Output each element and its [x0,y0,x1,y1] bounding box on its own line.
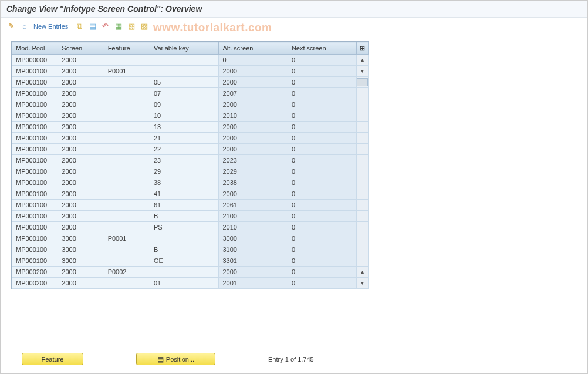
cell[interactable]: MP000100 [12,88,58,99]
cell[interactable] [150,55,218,66]
table-row[interactable]: MP0001002000P000120000▾ [12,66,369,77]
cell[interactable]: MP000200 [12,278,58,289]
col-nextscreen[interactable]: Next screen [288,42,356,55]
cell[interactable]: MP000200 [12,267,58,278]
deselect-all-icon[interactable]: ▨ [139,21,149,31]
cell[interactable]: 3000 [219,233,288,244]
col-modpool[interactable]: Mod. Pool [12,42,58,55]
table-row[interactable]: MP00010020004120000 [12,188,369,200]
cell[interactable]: MP000100 [12,99,58,110]
cell[interactable]: 0 [288,122,356,133]
cell[interactable] [104,55,150,66]
cell[interactable]: MP000100 [12,244,58,255]
cell[interactable]: MP000100 [12,155,58,166]
cell[interactable]: MP000100 [12,177,58,188]
cell[interactable] [104,144,150,155]
cell[interactable]: 0 [288,166,356,177]
cell[interactable]: 2000 [58,110,104,122]
delete-icon[interactable]: ▤ [87,21,97,31]
cell[interactable] [150,66,218,77]
cell[interactable]: 0 [288,99,356,110]
cell[interactable]: 2000 [58,99,104,110]
cell[interactable]: 07 [150,88,218,99]
scroll-thumb[interactable] [357,78,368,86]
cell[interactable]: 2000 [58,200,104,211]
cell[interactable]: 0 [288,66,356,77]
cell[interactable]: 41 [150,188,218,200]
col-screen[interactable]: Screen [58,42,104,55]
cell[interactable] [104,155,150,166]
cell[interactable]: 2000 [58,122,104,133]
cell[interactable]: 2000 [58,166,104,177]
cell[interactable]: 0 [288,233,356,244]
cell[interactable]: 3301 [219,255,288,267]
table-row[interactable]: MP000000200000▴ [12,55,369,66]
table-row[interactable]: MP0001002000PS20100 [12,222,369,233]
cell[interactable]: 22 [150,144,218,155]
cell[interactable]: 0 [288,110,356,122]
cell[interactable]: 09 [150,99,218,110]
cell[interactable] [150,267,218,278]
toggle-display-change-icon[interactable]: ✎ [6,21,16,31]
cell[interactable]: MP000100 [12,188,58,200]
cell[interactable]: MP000100 [12,144,58,155]
cell[interactable]: 13 [150,122,218,133]
cell[interactable]: 2000 [58,177,104,188]
cell[interactable]: 2000 [219,133,288,144]
cell[interactable]: 21 [150,133,218,144]
cell[interactable]: 2007 [219,88,288,99]
cell[interactable]: 0 [219,55,288,66]
cell[interactable]: 0 [288,77,356,88]
cell[interactable]: 2038 [219,177,288,188]
other-view-icon[interactable]: ⌕ [19,21,29,31]
cell[interactable]: 2000 [58,88,104,99]
cell[interactable]: 0 [288,177,356,188]
table-row[interactable]: MP0001003000P000130000 [12,233,369,244]
table-settings-icon[interactable]: ⊞ [357,42,369,55]
cell[interactable]: 2000 [58,133,104,144]
cell[interactable]: 2000 [219,267,288,278]
scroll-down-icon[interactable]: ▴ [357,269,368,275]
cell[interactable]: 0 [288,267,356,278]
cell[interactable] [104,133,150,144]
table-row[interactable]: MP00010020000920000 [12,99,369,110]
cell[interactable]: 0 [288,133,356,144]
cell[interactable]: 01 [150,278,218,289]
select-block-icon[interactable]: ▧ [126,21,136,31]
cell[interactable] [104,122,150,133]
cell[interactable]: 0 [288,155,356,166]
cell[interactable]: 2000 [58,66,104,77]
col-varkey[interactable]: Variable key [150,42,218,55]
cell[interactable]: PS [150,222,218,233]
cell[interactable]: MP000100 [12,166,58,177]
new-entries-button[interactable]: New Entries [33,23,68,30]
cell[interactable]: 2000 [219,66,288,77]
cell[interactable]: 2000 [58,222,104,233]
cell[interactable]: MP000100 [12,255,58,267]
table-row[interactable]: MP00020020000120010▾ [12,278,369,289]
cell[interactable]: MP000100 [12,211,58,222]
cell[interactable]: 0 [288,255,356,267]
table-row[interactable]: MP00010020003820380 [12,177,369,188]
cell[interactable]: P0001 [104,233,150,244]
cell[interactable] [104,188,150,200]
cell[interactable]: 2010 [219,110,288,122]
cell[interactable] [104,99,150,110]
feature-button[interactable]: Feature [22,353,83,365]
cell[interactable]: 2000 [58,267,104,278]
cell[interactable]: MP000100 [12,110,58,122]
cell[interactable]: 2029 [219,166,288,177]
cell[interactable] [104,88,150,99]
cell[interactable]: 0 [288,222,356,233]
scroll-bottom-icon[interactable]: ▾ [357,280,368,286]
cell[interactable]: 2000 [58,144,104,155]
cell[interactable]: MP000100 [12,133,58,144]
table-row[interactable]: MP0001003000B31000 [12,244,369,255]
cell[interactable]: 2000 [219,144,288,155]
undo-icon[interactable]: ↶ [100,21,110,31]
col-feature[interactable]: Feature [104,42,150,55]
cell[interactable]: 0 [288,200,356,211]
position-button[interactable]: ▤ Position... [136,353,215,365]
cell[interactable]: MP000100 [12,77,58,88]
table-row[interactable]: MP00010020000520000 [12,77,369,88]
